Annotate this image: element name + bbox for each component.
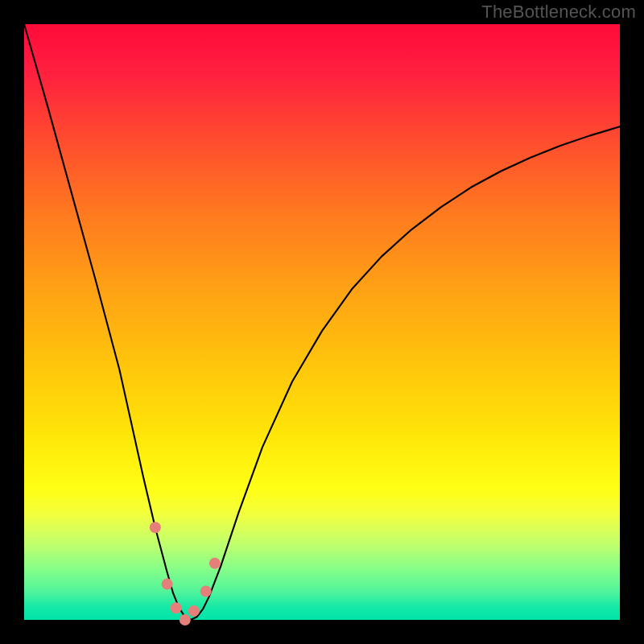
marker-dot — [162, 579, 173, 590]
watermark-text: TheBottleneck.com — [481, 2, 636, 23]
curve-line — [24, 24, 620, 620]
marker-dot — [200, 585, 212, 597]
chart-container: TheBottleneck.com — [0, 0, 644, 644]
marker-dot — [188, 605, 200, 617]
marker-dot — [180, 614, 191, 625]
marker-dot — [209, 558, 221, 569]
marker-dot — [150, 522, 161, 533]
plot-area — [24, 24, 620, 620]
marker-dot — [171, 602, 182, 613]
optimal-range-markers — [150, 522, 221, 625]
bottleneck-curve — [24, 24, 620, 620]
